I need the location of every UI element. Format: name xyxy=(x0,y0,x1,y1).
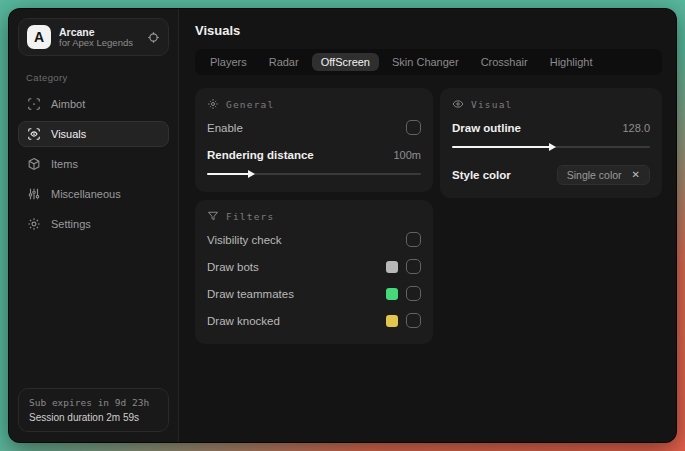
slider-thumb[interactable] xyxy=(549,143,556,151)
enable-checkbox[interactable] xyxy=(406,120,421,135)
style-color-select[interactable]: Single color ✕ xyxy=(557,165,650,185)
tab-highlight[interactable]: Highlight xyxy=(541,53,602,71)
sidebar-item-label: Miscellaneous xyxy=(51,188,121,200)
slider-fill xyxy=(207,173,250,175)
tab-radar[interactable]: Radar xyxy=(260,53,308,71)
scan-eye-icon xyxy=(27,127,41,141)
slider-thumb[interactable] xyxy=(248,170,255,178)
subscription-status-card: Sub expires in 9d 23h Session duration 2… xyxy=(18,388,169,432)
filter-row-teammates: Draw teammates xyxy=(207,282,421,305)
tab-bar: Players Radar OffScreen Skin Changer Cro… xyxy=(195,49,662,75)
eye-icon xyxy=(452,98,464,110)
session-duration-text: Session duration 2m 59s xyxy=(29,412,158,423)
knocked-color-swatch[interactable] xyxy=(386,315,398,327)
brand-subtitle: for Apex Legends xyxy=(59,38,139,49)
sidebar-item-items[interactable]: Items xyxy=(18,151,169,177)
sidebar-item-settings[interactable]: Settings xyxy=(18,211,169,237)
tab-crosshair[interactable]: Crosshair xyxy=(472,53,537,71)
filter-row-bots: Draw bots xyxy=(207,255,421,278)
target-icon[interactable] xyxy=(147,31,160,44)
tab-skin-changer[interactable]: Skin Changer xyxy=(383,53,468,71)
sidebar-item-aimbot[interactable]: Aimbot xyxy=(18,91,169,117)
sidebar-nav: Aimbot Visuals Items xyxy=(18,91,169,237)
filter-row-knocked: Draw knocked xyxy=(207,309,421,332)
close-icon[interactable]: ✕ xyxy=(632,170,640,180)
rendering-distance-value: 100m xyxy=(393,149,421,161)
general-panel: General Enable Rendering distance 100m xyxy=(195,88,433,192)
sidebar-item-label: Visuals xyxy=(51,128,86,140)
filter-row-visibility: Visibility check xyxy=(207,228,421,251)
app-window: A Arcane for Apex Legends Category xyxy=(8,8,677,443)
draw-knocked-checkbox[interactable] xyxy=(406,313,421,328)
draw-outline-value: 128.0 xyxy=(622,122,650,134)
panels-area: General Enable Rendering distance 100m xyxy=(195,88,662,344)
brand-name: Arcane xyxy=(59,26,139,38)
filters-panel: Filters Visibility check Draw bots xyxy=(195,200,433,344)
sub-expiry-text: Sub expires in 9d 23h xyxy=(29,397,158,408)
bots-color-swatch[interactable] xyxy=(386,261,398,273)
style-color-label: Style color xyxy=(452,169,511,181)
sun-icon xyxy=(207,98,219,110)
brand-card: A Arcane for Apex Legends xyxy=(18,18,169,56)
sidebar: A Arcane for Apex Legends Category xyxy=(9,9,179,442)
main-content: Visuals Players Radar OffScreen Skin Cha… xyxy=(179,9,676,442)
draw-teammates-label: Draw teammates xyxy=(207,288,294,300)
sliders-icon xyxy=(27,187,41,201)
draw-bots-label: Draw bots xyxy=(207,261,259,273)
teammates-color-swatch[interactable] xyxy=(386,288,398,300)
sidebar-item-label: Aimbot xyxy=(51,98,85,110)
draw-teammates-checkbox[interactable] xyxy=(406,286,421,301)
enable-label: Enable xyxy=(207,122,243,134)
style-color-selected-value: Single color xyxy=(567,169,622,181)
panel-title: Filters xyxy=(226,211,274,222)
cube-icon xyxy=(27,157,41,171)
draw-bots-checkbox[interactable] xyxy=(406,259,421,274)
tab-offscreen[interactable]: OffScreen xyxy=(312,53,379,71)
draw-outline-label: Draw outline xyxy=(452,122,521,134)
panel-title: General xyxy=(226,99,274,110)
brand-text: Arcane for Apex Legends xyxy=(59,26,139,49)
sidebar-item-visuals[interactable]: Visuals xyxy=(18,121,169,147)
tab-players[interactable]: Players xyxy=(201,53,256,71)
sidebar-item-label: Items xyxy=(51,158,78,170)
visual-panel: Visual Draw outline 128.0 Style color xyxy=(440,88,662,198)
draw-outline-slider[interactable] xyxy=(452,141,650,153)
sidebar-item-label: Settings xyxy=(51,218,91,230)
visibility-check-checkbox[interactable] xyxy=(406,232,421,247)
panel-title: Visual xyxy=(471,99,513,110)
crosshair-frame-icon xyxy=(27,97,41,111)
visibility-check-label: Visibility check xyxy=(207,234,282,246)
rendering-distance-slider[interactable] xyxy=(207,168,421,180)
gear-icon xyxy=(27,217,41,231)
draw-knocked-label: Draw knocked xyxy=(207,315,280,327)
funnel-icon xyxy=(207,210,219,222)
category-label: Category xyxy=(26,72,169,83)
app-logo: A xyxy=(27,25,51,49)
slider-fill xyxy=(452,146,551,148)
rendering-distance-label: Rendering distance xyxy=(207,149,314,161)
sidebar-item-miscellaneous[interactable]: Miscellaneous xyxy=(18,181,169,207)
page-title: Visuals xyxy=(195,23,662,38)
